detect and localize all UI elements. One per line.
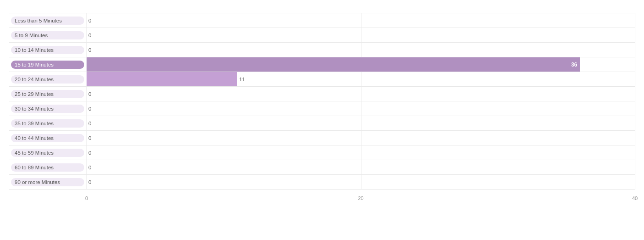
bar-row: 10 to 14 Minutes0 (9, 43, 635, 57)
bar-row: 35 to 39 Minutes0 (9, 116, 635, 131)
chart-container: Less than 5 Minutes05 to 9 Minutes010 to… (0, 0, 644, 240)
bar-row: 20 to 24 Minutes11 (9, 72, 635, 87)
bar-row: 40 to 44 Minutes0 (9, 131, 635, 145)
bar-label: 5 to 9 Minutes (11, 31, 84, 39)
bar-fill (87, 72, 237, 86)
x-axis-label: 40 (632, 195, 638, 201)
x-axis: 02040 (87, 191, 635, 201)
bar-value: 0 (88, 165, 91, 170)
bar-value: 0 (88, 18, 91, 23)
bar-track: 0 (87, 43, 635, 57)
bar-label: 25 to 29 Minutes (11, 90, 84, 98)
bar-track: 0 (87, 160, 635, 174)
bar-track: 36 (87, 57, 635, 72)
bar-row: 30 to 34 Minutes0 (9, 101, 635, 116)
bar-track: 0 (87, 145, 635, 160)
bar-label: 90 or more Minutes (11, 178, 84, 186)
grid-line (635, 13, 635, 190)
x-axis-label: 0 (85, 195, 88, 201)
bar-value: 0 (88, 179, 91, 185)
bar-track: 0 (87, 13, 635, 28)
chart-body: Less than 5 Minutes05 to 9 Minutes010 to… (9, 13, 635, 201)
x-axis-label: 20 (358, 195, 363, 201)
bar-value: 36 (571, 61, 577, 68)
bar-label: 40 to 44 Minutes (11, 134, 84, 142)
bar-value: 0 (88, 47, 91, 53)
bar-row: 60 to 89 Minutes0 (9, 160, 635, 175)
bar-label: 45 to 59 Minutes (11, 149, 84, 157)
bar-value: 0 (88, 106, 91, 112)
bar-value: 0 (88, 121, 91, 126)
bar-value: 0 (88, 135, 91, 141)
bar-track: 0 (87, 175, 635, 189)
bar-row: 25 to 29 Minutes0 (9, 87, 635, 101)
bar-label: 20 to 24 Minutes (11, 75, 84, 84)
bar-label: 60 to 89 Minutes (11, 163, 84, 172)
bar-label: 10 to 14 Minutes (11, 46, 84, 54)
bar-track: 0 (87, 131, 635, 145)
bar-value: 11 (239, 77, 245, 82)
bar-track: 0 (87, 116, 635, 130)
bars-area: Less than 5 Minutes05 to 9 Minutes010 to… (9, 13, 635, 190)
bar-label: Less than 5 Minutes (11, 17, 84, 25)
bar-track: 0 (87, 87, 635, 101)
bar-row: 45 to 59 Minutes0 (9, 145, 635, 160)
bar-row: Less than 5 Minutes0 (9, 13, 635, 28)
bar-value: 0 (88, 33, 91, 38)
bar-label: 15 to 19 Minutes (11, 61, 84, 69)
bar-row: 5 to 9 Minutes0 (9, 28, 635, 43)
bar-fill: 36 (87, 57, 580, 72)
bar-value: 0 (88, 150, 91, 156)
bar-row: 15 to 19 Minutes36 (9, 57, 635, 72)
bar-track: 11 (87, 72, 635, 86)
bar-label: 35 to 39 Minutes (11, 119, 84, 128)
bar-track: 0 (87, 28, 635, 42)
bar-row: 90 or more Minutes0 (9, 175, 635, 190)
bar-value: 0 (88, 91, 91, 97)
bar-track: 0 (87, 101, 635, 116)
bar-label: 30 to 34 Minutes (11, 105, 84, 113)
